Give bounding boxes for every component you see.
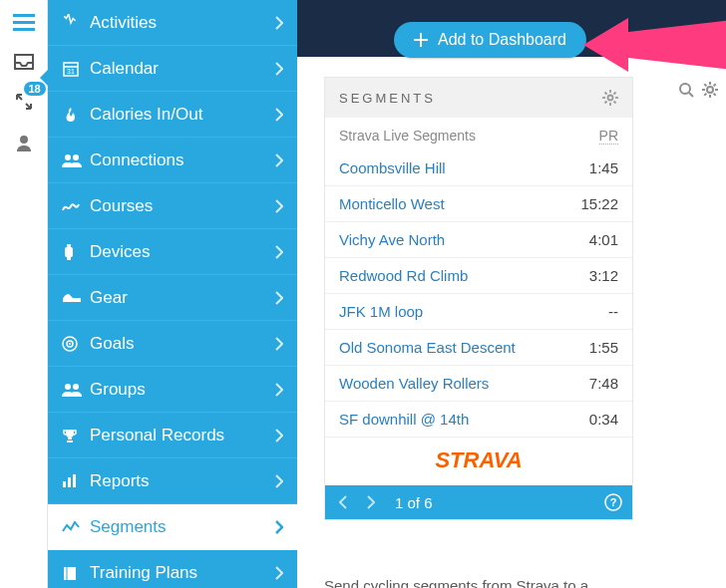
svg-point-36	[608, 96, 613, 101]
devices-icon	[62, 243, 90, 261]
svg-point-26	[65, 384, 71, 390]
widget-header: SEGMENTS	[325, 78, 632, 118]
chevron-right-icon	[275, 108, 283, 122]
sidebar-item-label: Devices	[90, 242, 275, 262]
chevron-right-icon	[275, 383, 283, 397]
segment-name[interactable]: Wooden Valley Rollers	[339, 375, 489, 392]
segment-row: Coombsville Hill1:45	[325, 150, 632, 186]
sidebar-item-activities[interactable]: Activities	[48, 0, 297, 46]
sidebar-item-gear[interactable]: Gear	[48, 275, 297, 321]
sidebar-item-label: Gear	[90, 288, 275, 308]
svg-rect-29	[68, 477, 71, 487]
sidebar: Activities 31 Calendar Calories In/Out C…	[48, 0, 297, 588]
sidebar-item-label: Segments	[90, 517, 275, 537]
sidebar-item-personal-records[interactable]: Personal Records	[48, 413, 297, 458]
chevron-right-icon	[275, 291, 283, 305]
svg-point-25	[69, 343, 71, 345]
svg-rect-28	[63, 481, 66, 487]
help-icon[interactable]: ?	[604, 493, 622, 511]
chevron-right-icon	[275, 153, 283, 167]
segments-widget: SEGMENTS Strava Live Segments PR Coombsv…	[324, 77, 633, 520]
widget-footer: 1 of 6 ?	[325, 485, 632, 519]
svg-line-42	[614, 102, 616, 104]
segment-time: --	[608, 303, 618, 320]
chevron-right-icon	[275, 245, 283, 259]
widget-subheader: Strava Live Segments PR	[325, 118, 632, 150]
svg-point-19	[73, 154, 79, 160]
svg-rect-12	[13, 21, 35, 24]
segment-name[interactable]: Coombsville Hill	[339, 159, 446, 176]
svg-rect-11	[13, 14, 35, 17]
strava-logo: STRAVA	[325, 438, 632, 485]
segment-row: JFK 1M loop--	[325, 294, 632, 330]
segment-row: Monticello West15:22	[325, 186, 632, 222]
svg-point-14	[20, 136, 28, 144]
segment-row: Wooden Valley Rollers7:48	[325, 366, 632, 402]
chevron-right-icon	[275, 566, 283, 580]
sidebar-item-calendar[interactable]: 31 Calendar	[48, 46, 297, 92]
calories-icon	[62, 106, 90, 124]
shoe-icon	[62, 292, 90, 304]
hamburger-icon[interactable]	[13, 14, 35, 32]
svg-rect-30	[73, 474, 76, 487]
sidebar-item-segments[interactable]: Segments	[48, 504, 297, 550]
svg-rect-22	[67, 257, 71, 260]
sidebar-item-calories[interactable]: Calories In/Out	[48, 92, 297, 138]
segment-name[interactable]: JFK 1M loop	[339, 303, 423, 320]
svg-rect-31	[64, 567, 76, 580]
sidebar-item-label: Training Plans	[90, 563, 275, 583]
settings-gear-icon[interactable]	[702, 82, 718, 98]
segment-name[interactable]: Monticello West	[339, 195, 445, 212]
pager-next-icon[interactable]	[363, 493, 379, 511]
pager-prev-icon[interactable]	[335, 493, 351, 511]
sync-icon[interactable]: 18	[14, 92, 34, 112]
segment-time: 0:34	[589, 411, 618, 428]
svg-rect-21	[67, 244, 71, 247]
sidebar-item-label: Calendar	[90, 59, 275, 79]
chevron-right-icon	[275, 199, 283, 213]
segment-time: 4:01	[589, 231, 618, 248]
sidebar-item-label: Connections	[90, 150, 275, 170]
sidebar-item-goals[interactable]: Goals	[48, 321, 297, 367]
groups-icon	[62, 383, 90, 397]
segment-name[interactable]: Old Sonoma East Descent	[339, 339, 516, 356]
left-rail: 18	[0, 0, 48, 588]
subhead-pr: PR	[599, 128, 618, 145]
sidebar-item-training-plans[interactable]: Training Plans	[48, 550, 297, 588]
inbox-icon[interactable]	[14, 54, 34, 70]
search-icon[interactable]	[678, 82, 694, 98]
sidebar-item-connections[interactable]: Connections	[48, 138, 297, 183]
connections-icon	[62, 153, 90, 167]
segment-time: 15:22	[580, 195, 618, 212]
svg-point-18	[65, 154, 71, 160]
svg-point-2	[707, 87, 713, 93]
widget-settings-icon[interactable]	[602, 90, 618, 106]
sidebar-item-label: Courses	[90, 196, 275, 216]
pager-info: 1 of 6	[391, 494, 592, 511]
sidebar-item-reports[interactable]: Reports	[48, 458, 297, 504]
activities-icon	[62, 14, 90, 32]
plus-icon	[414, 33, 428, 47]
segment-name[interactable]: Vichy Ave North	[339, 231, 445, 248]
sidebar-item-label: Goals	[90, 334, 275, 354]
sidebar-item-courses[interactable]: Courses	[48, 183, 297, 229]
svg-line-9	[704, 94, 706, 96]
segment-name[interactable]: SF downhill @ 14th	[339, 411, 469, 428]
sidebar-item-label: Groups	[90, 380, 275, 400]
add-to-dashboard-button[interactable]: Add to Dashboard	[394, 22, 586, 58]
trophy-icon	[62, 428, 90, 443]
sidebar-item-devices[interactable]: Devices	[48, 229, 297, 275]
segment-row: SF downhill @ 14th0:34	[325, 402, 632, 438]
svg-line-10	[714, 84, 716, 86]
training-plans-icon	[62, 565, 90, 581]
segment-time: 1:45	[589, 159, 618, 176]
segment-name[interactable]: Redwood Rd Climb	[339, 267, 468, 284]
profile-icon[interactable]	[15, 134, 33, 151]
svg-rect-13	[13, 28, 35, 31]
svg-line-43	[605, 102, 607, 104]
widget-description: Send cycling segments from Strava to a	[324, 577, 588, 588]
svg-line-44	[614, 93, 616, 95]
courses-icon	[62, 200, 90, 212]
sidebar-item-groups[interactable]: Groups	[48, 367, 297, 413]
chevron-right-icon	[275, 62, 283, 76]
